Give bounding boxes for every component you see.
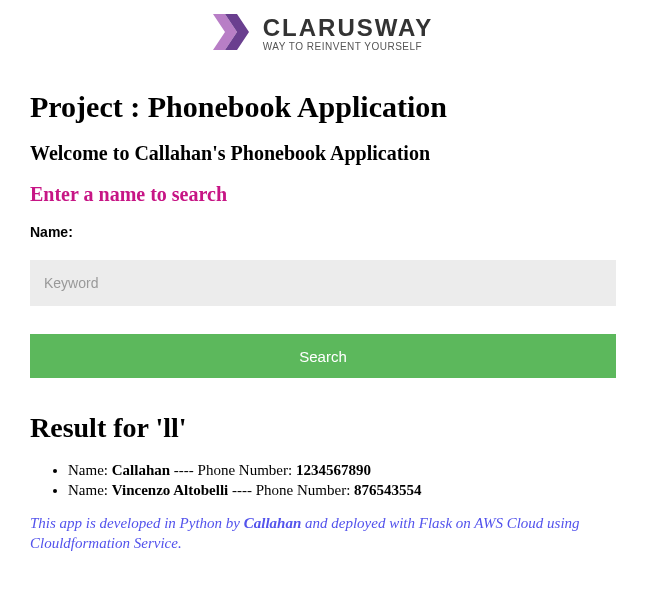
list-item: Name: Callahan ---- Phone Number: 123456… (68, 460, 616, 480)
logo-block: CLARUSWAY WAY TO REINVENT YOURSELF (30, 0, 616, 54)
footer-note: This app is developed in Python by Calla… (30, 513, 616, 554)
logo: CLARUSWAY WAY TO REINVENT YOURSELF (213, 14, 433, 54)
results-heading: Result for 'll' (30, 412, 616, 444)
keyword-input[interactable] (30, 260, 616, 306)
logo-tagline: WAY TO REINVENT YOURSELF (263, 42, 433, 52)
results-list: Name: Callahan ---- Phone Number: 123456… (30, 460, 616, 501)
logo-text: CLARUSWAY (263, 16, 433, 40)
name-field-label: Name: (30, 224, 616, 240)
chevrons-icon (213, 14, 255, 54)
search-button[interactable]: Search (30, 334, 616, 378)
list-item: Name: Vincenzo Altobelli ---- Phone Numb… (68, 480, 616, 500)
welcome-heading: Welcome to Callahan's Phonebook Applicat… (30, 142, 616, 165)
search-prompt: Enter a name to search (30, 183, 616, 206)
page-title: Project : Phonebook Application (30, 90, 616, 124)
